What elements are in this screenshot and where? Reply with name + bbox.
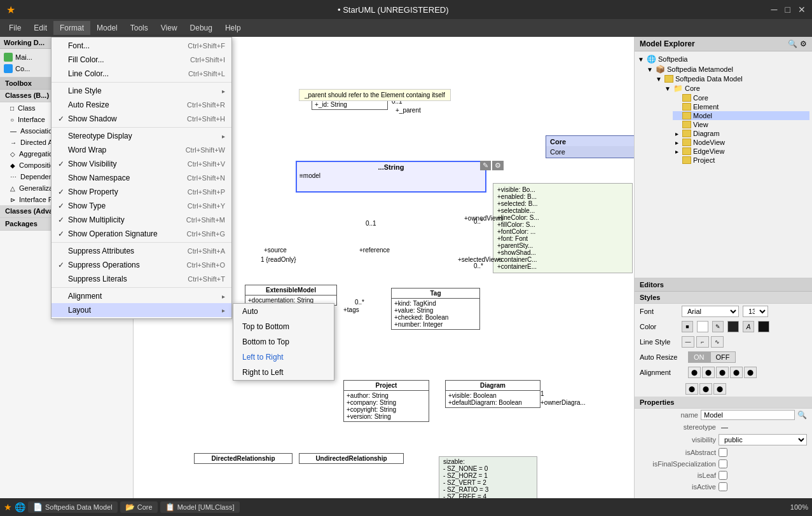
menu-suppress-op[interactable]: ✓ Suppress Operations Ctrl+Shift+O — [52, 258, 231, 272]
me-search-icon[interactable]: 🔍 — [788, 39, 797, 48]
menu-show-namespace[interactable]: Show Namespace Ctrl+Shift+N — [52, 171, 231, 185]
tree-node-core[interactable]: ▼ 📁 Core — [664, 83, 809, 93]
font-select[interactable]: Arial — [682, 306, 739, 317]
menu-stereotype-display[interactable]: Stereotype Display ▸ — [52, 129, 231, 143]
menu-auto-resize[interactable]: Auto Resize Ctrl+Shift+R — [52, 98, 231, 112]
menu-edit[interactable]: Edit — [27, 21, 53, 35]
prop-isleaf-check[interactable] — [719, 471, 727, 480]
layout-left-right[interactable]: Left to Right — [233, 350, 334, 365]
layout-bottom-top[interactable]: Bottom to Top — [233, 334, 334, 350]
tree-node-edgeview[interactable]: ▸ EdgeView — [673, 147, 809, 156]
expand-edgeview[interactable]: ▸ — [673, 148, 680, 155]
menu-show-visibility[interactable]: ✓ Show Visibility Ctrl+Shift+V — [52, 157, 231, 171]
prop-isactive-check[interactable] — [719, 482, 727, 491]
menu-view[interactable]: View — [155, 21, 184, 35]
align-bottom-icon[interactable]: ⬤ — [685, 383, 698, 395]
prop-name-input[interactable] — [701, 410, 795, 420]
color-swatch-white[interactable] — [697, 321, 708, 332]
menu-show-property[interactable]: ✓ Show Property Ctrl+Shift+P — [52, 185, 231, 199]
edit-icon[interactable]: ✎ — [480, 161, 491, 170]
tree-node-metamodel[interactable]: ▼ 📦 Softpedia Metamodel — [646, 64, 809, 74]
color-icon-1[interactable]: ■ — [682, 321, 693, 332]
uml-nodeview-box[interactable]: sizable: - SZ_NONE = 0 - SZ_HORZ = 1 - S… — [439, 456, 537, 498]
uml-diagram-box[interactable]: Diagram +visible: Boolean +defaultDiagra… — [445, 380, 540, 408]
prop-isabstract-check[interactable] — [719, 448, 727, 457]
color-icon-pencil[interactable]: ✎ — [712, 321, 724, 332]
align-right-icon[interactable]: ⬤ — [716, 367, 729, 378]
maximize-icon[interactable]: □ — [785, 4, 790, 15]
menu-tools[interactable]: Tools — [124, 21, 155, 35]
menu-file[interactable]: File — [3, 21, 27, 35]
tree-node-view[interactable]: View — [673, 120, 809, 129]
menu-debug[interactable]: Debug — [184, 21, 219, 35]
menu-show-type[interactable]: ✓ Show Type Ctrl+Shift+Y — [52, 199, 231, 213]
menu-show-multiplicity[interactable]: ✓ Show Multiplicity Ctrl+Shift+M — [52, 213, 231, 227]
align-middle-icon[interactable]: ⬤ — [744, 367, 757, 378]
color-icon-A[interactable]: A — [743, 321, 754, 332]
uml-selected-box[interactable]: ...String ≡model — [296, 161, 486, 193]
expand-datamodel[interactable]: ▼ — [655, 76, 663, 83]
settings-icon[interactable]: ⚙ — [492, 161, 504, 170]
menu-model[interactable]: Model — [90, 21, 124, 35]
expand-metamodel[interactable]: ▼ — [646, 66, 654, 73]
menu-suppress-attr[interactable]: Suppress Attributes Ctrl+Shift+A — [52, 244, 231, 258]
align-spacing-v-icon[interactable]: ⬤ — [713, 383, 726, 395]
menu-line-color[interactable]: Line Color... Ctrl+Shift+L — [52, 67, 231, 81]
expand-core[interactable]: ▼ — [664, 85, 671, 92]
window-controls[interactable]: ─ □ ✕ — [771, 4, 806, 15]
prop-name-search-icon[interactable]: 🔍 — [797, 411, 807, 419]
tree-node-model[interactable]: Model — [673, 111, 809, 120]
menu-fill-color[interactable]: Fill Color... Ctrl+Shift+I — [52, 53, 231, 67]
status-item-model[interactable]: 📋 Model [UMLClass] — [160, 501, 240, 513]
linestyle-icon-1[interactable]: — — [682, 336, 694, 348]
align-center-icon[interactable]: ⬤ — [702, 367, 715, 378]
status-item-datamodel[interactable]: 📄 Softpedia Data Model — [28, 501, 118, 513]
status-globe-icon[interactable]: 🌐 — [15, 502, 25, 512]
color-swatch-dark[interactable] — [727, 321, 739, 332]
tree-node-element[interactable]: Element — [673, 102, 809, 111]
linestyle-icon-2[interactable]: ⌐ — [696, 336, 709, 348]
me-settings-icon[interactable]: ⚙ — [800, 39, 807, 48]
toggle-on[interactable]: ON — [688, 351, 710, 363]
menu-line-style[interactable]: Line Style ▸ — [52, 84, 231, 98]
layout-top-bottom[interactable]: Top to Bottom — [233, 319, 334, 334]
tree-node-core-item[interactable]: Core — [673, 93, 809, 102]
tree-node-datamodel[interactable]: ▼ Softpedia Data Model — [655, 74, 809, 83]
menu-suppress-lit[interactable]: Suppress Literals Ctrl+Shift+T — [52, 272, 231, 286]
uml-tag-box[interactable]: Tag +kind: TagKind +value: String +check… — [391, 288, 480, 330]
menu-show-op-sig[interactable]: ✓ Show Operation Signature Ctrl+Shift+G — [52, 227, 231, 241]
prop-isfinal-check[interactable] — [719, 459, 727, 468]
align-left-icon[interactable]: ⬤ — [688, 367, 701, 378]
toggle-off[interactable]: OFF — [710, 351, 736, 363]
uml-undirected-box[interactable]: UndirectedRelationship — [299, 453, 404, 464]
status-logo-icon[interactable]: ★ — [4, 502, 12, 512]
menu-word-wrap[interactable]: Word Wrap Ctrl+Shift+W — [52, 143, 231, 157]
menu-alignment[interactable]: Alignment ▸ — [52, 289, 231, 303]
menu-help[interactable]: Help — [219, 21, 247, 35]
menu-font[interactable]: Font... Ctrl+Shift+F — [52, 39, 231, 53]
tree-node-root[interactable]: ▼ 🌐 Softpedia — [637, 54, 809, 64]
prop-visibility-select[interactable]: public private protected — [719, 434, 807, 445]
menu-format[interactable]: Format — [53, 21, 90, 35]
expand-nodeview[interactable]: ▸ — [673, 139, 680, 146]
expand-root[interactable]: ▼ — [637, 56, 645, 63]
close-icon[interactable]: ✕ — [798, 4, 806, 15]
menu-show-shadow[interactable]: ✓ Show Shadow Ctrl+Shift+H — [52, 112, 231, 126]
tree-node-nodeview[interactable]: ▸ NodeView — [673, 138, 809, 147]
minimize-icon[interactable]: ─ — [771, 4, 778, 15]
layout-right-left[interactable]: Right to Left — [233, 365, 334, 380]
color-swatch-black[interactable] — [758, 321, 769, 332]
menu-layout[interactable]: Layout ▸ Auto Top to Bottom Bottom to To… — [52, 303, 231, 317]
align-spacing-h-icon[interactable]: ⬤ — [699, 383, 712, 395]
tree-node-project[interactable]: Project — [673, 156, 809, 165]
uml-directed-box[interactable]: DirectedRelationship — [194, 453, 292, 464]
align-top-icon[interactable]: ⬤ — [730, 367, 743, 378]
layout-auto[interactable]: Auto — [233, 304, 334, 319]
expand-diagram[interactable]: ▸ — [673, 130, 680, 137]
font-size-select[interactable]: 13 — [743, 306, 768, 317]
uml-core-box-2[interactable]: Core — [546, 146, 634, 158]
status-item-core[interactable]: 📂 Core — [120, 501, 158, 513]
uml-project-box[interactable]: Project +author: String +company: String… — [343, 380, 429, 422]
tree-node-diagram[interactable]: ▸ Diagram — [673, 129, 809, 138]
linestyle-icon-3[interactable]: ∿ — [711, 336, 724, 348]
